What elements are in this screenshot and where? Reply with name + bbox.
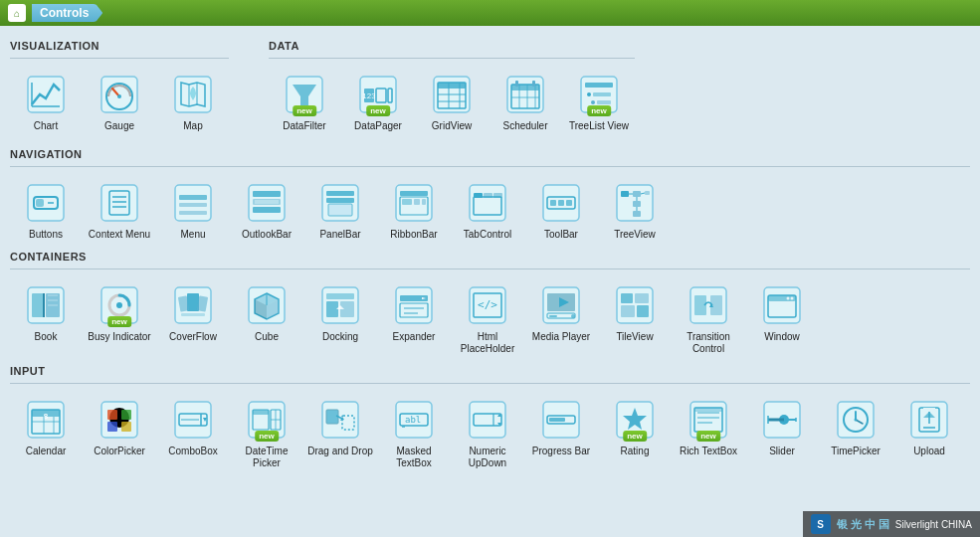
containers-controls: Book new Busy Indicator (10, 277, 970, 359)
docking-item[interactable]: Docking (304, 277, 376, 359)
chart-item[interactable]: Chart (10, 67, 82, 136)
svg-rect-82 (633, 211, 641, 217)
colorpicker-item[interactable]: ColorPicker (84, 392, 155, 473)
ribbonbar-item[interactable]: RibbonBar (378, 175, 450, 245)
svg-rect-173 (402, 426, 405, 428)
visualization-title: VISUALIZATION (10, 40, 229, 52)
datapager-item[interactable]: 123 new DataPager (342, 67, 414, 136)
title-bar-label: Controls (32, 4, 102, 22)
upload-item[interactable]: Upload (893, 392, 965, 473)
treelistview-icon: new (575, 71, 623, 118)
datafilter-label: DataFilter (283, 120, 325, 132)
docking-icon (316, 281, 364, 329)
footer-text: 银 光 中 国 (837, 517, 889, 532)
datafilter-item[interactable]: new DataFilter (269, 67, 340, 136)
input-controls: 8 Calendar (10, 392, 970, 473)
transitioncontrol-item[interactable]: Transition Control (673, 277, 744, 359)
svg-rect-76 (566, 200, 572, 206)
map-item[interactable]: Map (157, 67, 229, 136)
combobox-item[interactable]: ComboBox (157, 392, 229, 473)
svg-rect-66 (422, 199, 426, 205)
svg-rect-181 (549, 418, 565, 422)
richtextbox-item[interactable]: new Rich TextBox (673, 392, 744, 473)
coverflow-label: CoverFlow (169, 331, 217, 343)
svg-point-198 (855, 419, 858, 422)
treeview-label: TreeView (614, 229, 656, 241)
expander-item[interactable]: Expander (378, 277, 450, 359)
title-bar-icon: ⌂ (8, 4, 26, 22)
svg-rect-58 (326, 191, 354, 196)
transitioncontrol-label: Transition Control (675, 331, 742, 355)
slider-item[interactable]: Slider (746, 392, 818, 473)
footer-subtext: Silverlight CHINA (895, 519, 972, 530)
rating-item[interactable]: new Rating (599, 392, 671, 473)
progressbar-item[interactable]: Progress Bar (525, 392, 597, 473)
gauge-item[interactable]: Gauge (84, 67, 155, 136)
outlookbar-item[interactable]: OutlookBar (231, 175, 302, 245)
svg-rect-59 (326, 198, 354, 203)
svg-rect-51 (179, 211, 207, 215)
svg-rect-174 (470, 402, 505, 438)
tileview-icon (611, 281, 659, 329)
htmlplaceholder-item[interactable]: </> Html PlaceHolder (452, 277, 523, 359)
richtextbox-label: Rich TextBox (680, 446, 737, 457)
svg-rect-55 (253, 207, 281, 213)
htmlplaceholder-icon: </> (464, 281, 511, 329)
numericupdown-item[interactable]: Numeric UpDown (452, 392, 523, 473)
treelistview-item[interactable]: new TreeList View (563, 67, 635, 136)
ribbonbar-label: RibbonBar (390, 229, 437, 241)
cube-item[interactable]: Cube (231, 277, 302, 359)
upload-icon (905, 396, 953, 444)
window-item[interactable]: Window (746, 277, 818, 359)
silverlight-logo: S (811, 514, 831, 534)
tileview-item[interactable]: TileView (599, 277, 671, 359)
datetimepicker-item[interactable]: new DateTime Picker (231, 392, 302, 473)
expander-label: Expander (393, 331, 436, 343)
svg-rect-80 (645, 191, 650, 195)
menu-item[interactable]: Menu (157, 175, 229, 245)
buttons-icon (22, 179, 70, 227)
draganddrop-label: Drag and Drop (307, 446, 373, 457)
busyindicator-item[interactable]: new Busy Indicator (84, 277, 155, 359)
svg-rect-81 (633, 201, 641, 207)
svg-rect-64 (402, 199, 412, 205)
treeview-item[interactable]: TreeView (599, 175, 671, 245)
coverflow-item[interactable]: CoverFlow (157, 277, 229, 359)
calendar-item[interactable]: 8 Calendar (10, 392, 82, 473)
title-bar: ⌂ Controls (0, 0, 980, 26)
gridview-item[interactable]: GridView (416, 67, 488, 136)
menu-icon (169, 179, 217, 227)
scheduler-item[interactable]: Scheduler (490, 67, 561, 136)
buttons-label: Buttons (29, 229, 63, 241)
outlookbar-label: OutlookBar (242, 229, 292, 241)
svg-point-141 (787, 297, 790, 300)
svg-rect-167 (326, 410, 338, 424)
svg-rect-189 (694, 408, 722, 412)
expander-icon (390, 281, 438, 329)
svg-point-35 (587, 92, 591, 96)
panelbar-item[interactable]: PanelBar (304, 175, 376, 245)
svg-rect-152 (121, 410, 131, 420)
draganddrop-item[interactable]: Drag and Drop (304, 392, 376, 473)
svg-rect-113 (396, 287, 432, 323)
buttons-item[interactable]: Buttons (10, 175, 82, 245)
svg-rect-79 (633, 191, 641, 197)
transitioncontrol-icon (685, 281, 732, 329)
cube-label: Cube (255, 331, 279, 343)
containers-title: CONTAINERS (10, 251, 970, 263)
maskedtextbox-item[interactable]: abl Masked TextBox (378, 392, 450, 473)
data-title: DATA (269, 40, 635, 52)
tabcontrol-item[interactable]: TabControl (452, 175, 523, 245)
timepicker-item[interactable]: TimePicker (820, 392, 891, 473)
navigation-section: NAVIGATION Buttons (10, 148, 970, 245)
contextmenu-icon (96, 179, 143, 227)
mediaplayer-label: Media Player (532, 331, 590, 343)
numericupdown-icon (464, 396, 511, 444)
contextmenu-item[interactable]: Context Menu (84, 175, 155, 245)
svg-rect-129 (621, 293, 633, 303)
svg-rect-62 (400, 191, 428, 196)
progressbar-label: Progress Bar (532, 446, 590, 457)
mediaplayer-item[interactable]: Media Player (525, 277, 597, 359)
book-item[interactable]: Book (10, 277, 82, 359)
toolbar-item[interactable]: ToolBar (525, 175, 597, 245)
